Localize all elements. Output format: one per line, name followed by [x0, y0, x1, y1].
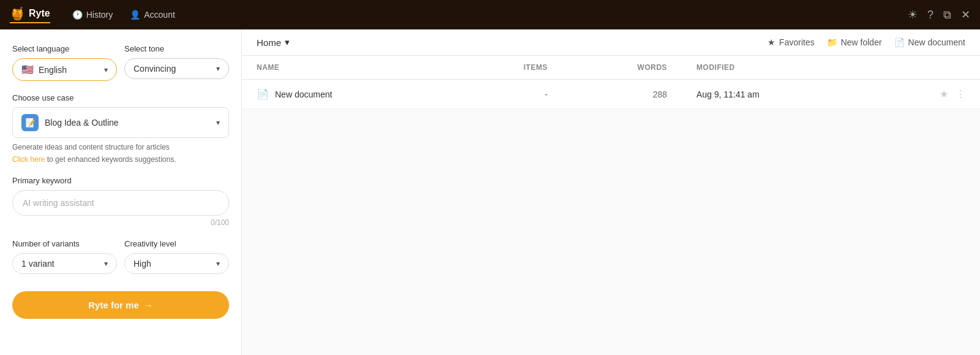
keyword-input[interactable] — [12, 190, 229, 216]
col-name: NAME — [242, 56, 454, 80]
use-case-value: Blog Idea & Outline — [45, 118, 119, 128]
help-icon[interactable]: ? — [927, 9, 933, 21]
use-case-link-suffix: to get enhanced keywords suggestions. — [45, 155, 176, 164]
document-icon: 📄 — [894, 37, 905, 47]
breadcrumb-label: Home — [257, 37, 281, 48]
nav-account-label: Account — [144, 10, 175, 20]
favorites-button[interactable]: ★ Favorites — [767, 37, 815, 47]
select-tone-label: Select tone — [124, 44, 229, 53]
content-actions: ★ Favorites 📁 New folder 📄 New document — [767, 37, 965, 47]
col-words: WORDS — [562, 56, 682, 80]
nav-history-label: History — [86, 10, 113, 20]
new-folder-label: New folder — [841, 37, 882, 47]
variants-value: 1 variant — [21, 259, 55, 269]
use-case-chevron-icon: ▾ — [216, 118, 220, 127]
file-name: New document — [275, 90, 332, 99]
nav-history[interactable]: 🕐 History — [65, 6, 121, 23]
nav-account[interactable]: 👤 Account — [123, 6, 183, 23]
flag-icon: 🇺🇸 — [21, 64, 34, 75]
table-row[interactable]: 📄 New document - 288 Aug 9, 11:41 am ★ ⋮ — [242, 80, 980, 109]
tone-select[interactable]: Convincing ▾ — [124, 58, 229, 79]
tone-chevron-icon: ▾ — [216, 64, 220, 73]
use-case-label: Choose use case — [12, 93, 229, 102]
logo[interactable]: 🍯 Ryte — [10, 6, 50, 23]
star-icon: ★ — [767, 37, 775, 47]
variants-creativity-row: Number of variants 1 variant ▾ Creativit… — [12, 239, 229, 274]
logo-icon: 🍯 — [10, 6, 25, 21]
file-name-cell: 📄 New document — [242, 80, 454, 109]
new-document-button[interactable]: 📄 New document — [894, 37, 965, 47]
creativity-select[interactable]: High ▾ — [124, 253, 229, 274]
navbar-right: ☀ ? ⧉ ✕ — [908, 8, 970, 21]
brightness-icon[interactable]: ☀ — [908, 8, 918, 21]
more-options-button[interactable]: ⋮ — [956, 88, 965, 100]
tone-value: Convincing — [134, 64, 176, 74]
table-header-row: NAME ITEMS WORDS MODIFIED — [242, 56, 980, 80]
navbar: 🍯 Ryte 🕐 History 👤 Account ☀ ? ⧉ ✕ — [0, 0, 980, 29]
favorite-star-button[interactable]: ★ — [940, 88, 948, 100]
creativity-label: Creativity level — [124, 239, 229, 248]
keyword-counter: 0/100 — [12, 218, 229, 227]
new-folder-button[interactable]: 📁 New folder — [827, 37, 882, 47]
creativity-chevron-icon: ▾ — [216, 259, 220, 268]
blog-icon: 📝 — [25, 118, 36, 128]
external-link-icon[interactable]: ⧉ — [943, 9, 951, 21]
language-select[interactable]: 🇺🇸 English ▾ — [12, 58, 117, 81]
creativity-value: High — [134, 259, 151, 269]
new-document-label: New document — [908, 37, 965, 47]
variants-chevron-icon: ▾ — [104, 259, 108, 268]
col-modified: MODIFIED — [682, 56, 869, 80]
keyword-section: Primary keyword 0/100 — [12, 176, 229, 227]
col-actions — [869, 56, 980, 80]
variants-group: Number of variants 1 variant ▾ — [12, 239, 117, 274]
doc-icon: 📄 — [257, 88, 269, 100]
ryte-btn-label: Ryte for me — [88, 300, 139, 310]
file-actions-cell: ★ ⋮ — [869, 80, 980, 109]
tone-select-wrapper: Select tone Convincing ▾ — [124, 44, 229, 81]
favorites-label: Favorites — [779, 37, 815, 47]
content-header: Home ▾ ★ Favorites 📁 New folder 📄 New do… — [242, 29, 980, 56]
history-icon: 🕐 — [72, 10, 83, 20]
account-icon: 👤 — [130, 10, 140, 20]
folder-icon: 📁 — [827, 37, 837, 47]
file-words: 288 — [562, 80, 682, 109]
navbar-nav: 🕐 History 👤 Account — [65, 6, 893, 23]
use-case-section: Choose use case 📝 Blog Idea & Outline ▾ … — [12, 93, 229, 164]
use-case-icon: 📝 — [21, 114, 39, 131]
language-tone-row: Select language 🇺🇸 English ▾ Select tone… — [12, 44, 229, 81]
file-table: NAME ITEMS WORDS MODIFIED 📄 New document… — [242, 56, 980, 109]
language-select-wrapper: Select language 🇺🇸 English ▾ — [12, 44, 117, 81]
creativity-group: Creativity level High ▾ — [124, 239, 229, 274]
file-items: - — [454, 80, 562, 109]
use-case-description: Generate ideas and content structure for… — [12, 143, 229, 151]
language-chevron-icon: ▾ — [104, 66, 108, 74]
click-here-link[interactable]: Click here — [12, 155, 45, 164]
variants-select[interactable]: 1 variant ▾ — [12, 253, 117, 274]
main-layout: Select language 🇺🇸 English ▾ Select tone… — [0, 29, 980, 355]
breadcrumb[interactable]: Home ▾ — [257, 37, 290, 48]
select-language-label: Select language — [12, 44, 117, 53]
breadcrumb-chevron-icon: ▾ — [285, 37, 290, 48]
logo-text: Ryte — [29, 8, 50, 19]
keyword-label: Primary keyword — [12, 176, 229, 185]
num-variants-label: Number of variants — [12, 239, 117, 248]
ryte-for-me-button[interactable]: Ryte for me → — [12, 291, 229, 319]
ryte-btn-arrow-icon: → — [144, 300, 153, 310]
col-items: ITEMS — [454, 56, 562, 80]
sidebar: Select language 🇺🇸 English ▾ Select tone… — [0, 29, 242, 355]
close-icon[interactable]: ✕ — [961, 8, 970, 21]
content-area: Home ▾ ★ Favorites 📁 New folder 📄 New do… — [242, 29, 980, 355]
use-case-select[interactable]: 📝 Blog Idea & Outline ▾ — [12, 107, 229, 138]
keyword-input-wrapper: 0/100 — [12, 190, 229, 227]
file-modified: Aug 9, 11:41 am — [682, 80, 869, 109]
language-value: English — [39, 65, 67, 75]
use-case-link-row: Click here to get enhanced keywords sugg… — [12, 154, 229, 164]
